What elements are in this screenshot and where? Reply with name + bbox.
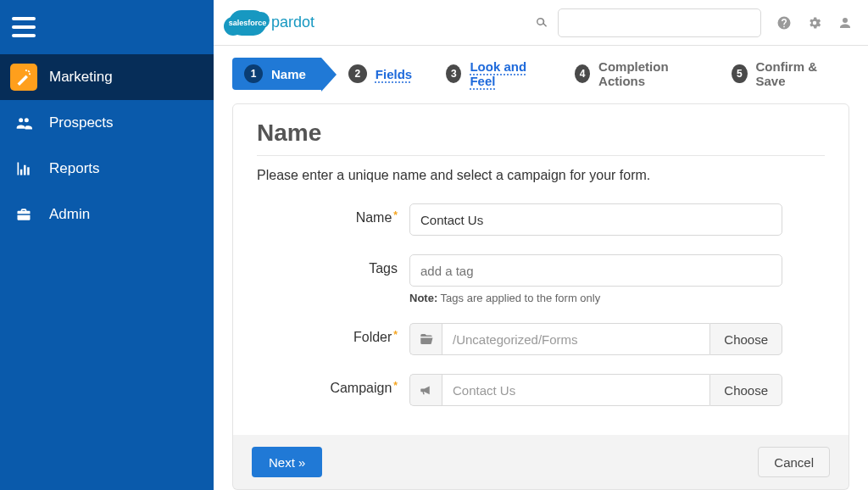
label-name: Name* — [257, 203, 409, 226]
step-number: 1 — [244, 64, 263, 83]
panel-heading: Name — [257, 120, 825, 156]
required-indicator: * — [393, 380, 398, 392]
label-folder: Folder* — [257, 323, 409, 345]
form-panel: Name Please enter a unique name and sele… — [232, 103, 849, 436]
briefcase-icon — [10, 201, 37, 228]
nav-label: Reports — [49, 160, 100, 177]
hamburger-menu-icon[interactable] — [12, 12, 42, 42]
step-label: Name — [271, 67, 306, 81]
campaign-input[interactable] — [442, 374, 709, 406]
user-icon[interactable] — [837, 14, 853, 31]
search-icon[interactable] — [534, 14, 549, 31]
global-search-input[interactable] — [558, 8, 761, 37]
next-button[interactable]: Next » — [252, 447, 322, 477]
megaphone-icon — [409, 374, 442, 406]
brand-logo[interactable]: salesforce pardot — [229, 10, 314, 36]
nav-label: Admin — [49, 206, 90, 223]
folder-choose-button[interactable]: Choose — [709, 323, 782, 355]
required-indicator: * — [393, 209, 398, 221]
brand-subtext: pardot — [271, 14, 314, 31]
wizard-steps: 1 Name 2 Fields 3 Look and Feel 4 Comple… — [232, 58, 849, 90]
form-row-name: Name* — [257, 203, 825, 236]
step-label: Fields — [376, 67, 412, 81]
folder-icon — [409, 323, 442, 355]
nav-item-reports[interactable]: Reports — [0, 146, 214, 192]
tags-note: Note: Tags are applied to the form only — [409, 292, 782, 304]
settings-gear-icon[interactable] — [807, 14, 822, 31]
topbar: salesforce pardot — [214, 0, 868, 46]
nav-label: Marketing — [49, 69, 113, 86]
name-input[interactable] — [409, 203, 782, 236]
step-label: Confirm & Save — [756, 59, 835, 88]
cancel-button[interactable]: Cancel — [758, 447, 830, 477]
form-footer: Next » Cancel — [232, 435, 849, 490]
note-text: Tags are applied to the form only — [441, 292, 601, 304]
step-number: 5 — [732, 64, 747, 83]
panel-instruction: Please enter a unique name and select a … — [257, 168, 825, 183]
note-label: Note: — [409, 292, 437, 304]
brand-cloud-text: salesforce — [229, 19, 267, 27]
nav-item-marketing[interactable]: Marketing — [0, 54, 214, 100]
step-label: Look and Feel — [470, 59, 540, 88]
nav-list: Marketing Prospects Reports Admin — [0, 54, 214, 237]
step-label: Completion Actions — [598, 59, 698, 88]
step-number: 4 — [575, 64, 590, 83]
campaign-choose-button[interactable]: Choose — [709, 374, 782, 406]
step-number: 2 — [348, 64, 367, 83]
label-tags: Tags — [257, 254, 409, 276]
chart-icon — [10, 155, 37, 182]
form-row-folder: Folder* Choose — [257, 323, 825, 355]
people-icon — [10, 109, 37, 136]
folder-input[interactable] — [442, 323, 709, 355]
wizard-step-look-and-feel[interactable]: 3 Look and Feel — [427, 58, 556, 90]
tags-input[interactable] — [409, 254, 782, 287]
wand-icon — [10, 64, 37, 91]
wizard-step-confirm-save[interactable]: 5 Confirm & Save — [713, 58, 849, 90]
main-content: 1 Name 2 Fields 3 Look and Feel 4 Comple… — [214, 46, 868, 490]
nav-item-admin[interactable]: Admin — [0, 192, 214, 237]
form-row-campaign: Campaign* Choose — [257, 374, 825, 406]
nav-label: Prospects — [49, 114, 114, 131]
step-number: 3 — [446, 64, 461, 83]
form-row-tags: Tags Note: Tags are applied to the form … — [257, 254, 825, 304]
wizard-step-completion-actions[interactable]: 4 Completion Actions — [556, 58, 713, 90]
salesforce-cloud-icon: salesforce — [229, 10, 266, 36]
wizard-step-fields[interactable]: 2 Fields — [321, 58, 427, 90]
help-icon[interactable] — [776, 14, 792, 31]
wizard-step-name[interactable]: 1 Name — [232, 58, 321, 90]
nav-item-prospects[interactable]: Prospects — [0, 100, 214, 146]
sidebar: Marketing Prospects Reports Admin — [0, 0, 214, 490]
required-indicator: * — [393, 329, 398, 341]
label-campaign: Campaign* — [257, 374, 409, 396]
